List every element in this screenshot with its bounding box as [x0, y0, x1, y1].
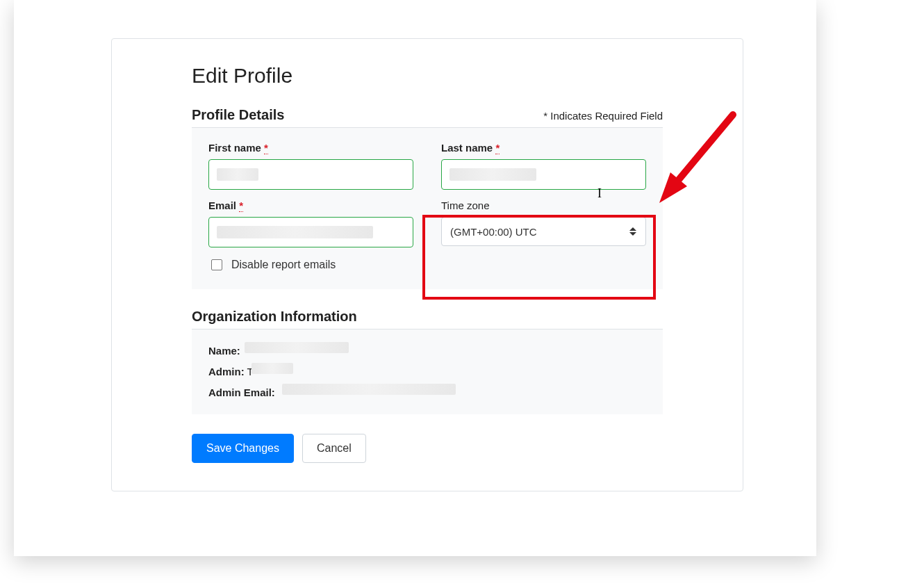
org-admin-label: Admin:: [208, 366, 245, 377]
org-admin-email-label: Admin Email:: [208, 386, 275, 398]
org-info-panel: Name: Admin: T Admin Email:: [192, 329, 663, 414]
last-name-label: Last name *: [441, 142, 646, 154]
cancel-button[interactable]: Cancel: [302, 434, 366, 463]
email-label: Email *: [208, 200, 413, 211]
disable-emails-checkbox[interactable]: [211, 259, 222, 270]
page-container: Edit Profile Profile Details * Indicates…: [14, 0, 816, 556]
required-star-icon: *: [264, 142, 268, 154]
first-name-label-text: First name: [208, 142, 261, 154]
button-row: Save Changes Cancel: [192, 434, 663, 463]
first-name-label: First name *: [208, 142, 413, 154]
org-admin-line: Admin: T: [208, 361, 646, 382]
edit-profile-card: Edit Profile Profile Details * Indicates…: [111, 38, 743, 491]
disable-emails-label: Disable report emails: [231, 259, 336, 271]
save-button[interactable]: Save Changes: [192, 434, 294, 463]
required-star-icon: *: [239, 200, 243, 212]
email-input[interactable]: [208, 217, 413, 247]
last-name-input[interactable]: [441, 159, 646, 190]
org-admin-email-line: Admin Email:: [208, 382, 646, 403]
required-field-note: * Indicates Required Field: [543, 110, 663, 122]
org-info-header: Organization Information: [192, 309, 663, 329]
disable-emails-row: Disable report emails: [208, 257, 646, 272]
org-info-heading: Organization Information: [192, 309, 357, 325]
org-name-line: Name:: [208, 341, 646, 361]
email-label-text: Email: [208, 200, 236, 211]
profile-details-heading: Profile Details: [192, 107, 284, 123]
page-title: Edit Profile: [192, 64, 663, 88]
first-name-input[interactable]: [208, 159, 413, 190]
timezone-select[interactable]: (GMT+00:00) UTC: [441, 217, 646, 246]
required-star-icon: *: [495, 142, 500, 154]
profile-details-header: Profile Details * Indicates Required Fie…: [192, 107, 663, 128]
last-name-label-text: Last name: [441, 142, 493, 154]
org-admin-value: T: [247, 366, 254, 377]
profile-details-panel: First name * Last name *: [192, 128, 663, 289]
org-name-label: Name:: [208, 345, 240, 357]
timezone-select-wrap: (GMT+00:00) UTC: [441, 217, 646, 246]
timezone-label: Time zone: [441, 200, 646, 211]
